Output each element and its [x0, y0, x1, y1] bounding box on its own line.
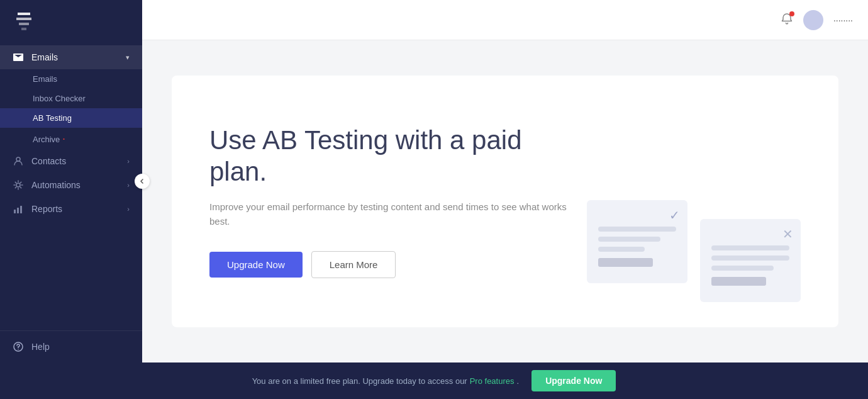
- user-avatar[interactable]: [803, 10, 823, 30]
- upgrade-description: Improve your email performance by testin…: [209, 200, 574, 228]
- pro-features-link[interactable]: Pro features: [470, 376, 515, 386]
- ab-btn-line: [598, 258, 653, 267]
- notification-bell[interactable]: [781, 13, 793, 28]
- main-content: ········ Use AB Testing with a paid plan…: [142, 0, 868, 362]
- bottom-bar-period: .: [517, 376, 520, 386]
- svg-rect-2: [14, 210, 16, 213]
- svg-rect-4: [20, 206, 22, 213]
- learn-more-button[interactable]: Learn More: [311, 251, 396, 278]
- checkmark-icon: ✓: [669, 208, 680, 223]
- x-icon: ✕: [782, 227, 793, 242]
- nav-sub-inbox-label: Inbox Checker: [33, 94, 86, 103]
- nav-reports-label: Reports: [31, 204, 62, 214]
- upgrade-card-content: Use AB Testing with a paid plan. Improve…: [209, 125, 574, 279]
- emails-section: Emails ▾ Emails Inbox Checker AB Testing…: [0, 45, 142, 149]
- upgrade-card: Use AB Testing with a paid plan. Improve…: [172, 76, 838, 327]
- ab-line-3: [598, 247, 645, 252]
- nav-item-emails[interactable]: Emails ▾: [0, 45, 142, 69]
- nav-item-automations[interactable]: Automations ›: [0, 173, 142, 197]
- nav-sub-archive[interactable]: Archive ·: [0, 128, 142, 149]
- svg-point-0: [16, 157, 20, 161]
- ab-line-4: [711, 245, 789, 250]
- nav-contacts-label: Contacts: [31, 156, 66, 166]
- nav-item-reports[interactable]: Reports ›: [0, 197, 142, 221]
- upgrade-actions: Upgrade Now Learn More: [209, 251, 574, 278]
- nav-item-contacts[interactable]: Contacts ›: [0, 149, 142, 173]
- ab-line-1: [598, 227, 676, 232]
- nav-sub-ab-testing[interactable]: AB Testing: [0, 108, 142, 128]
- nav-sub-archive-label: Archive ·: [33, 133, 65, 144]
- app-logo-icon: [13, 9, 35, 31]
- notification-badge: [789, 11, 794, 16]
- svg-point-1: [16, 183, 20, 187]
- upgrade-title: Use AB Testing with a paid plan.: [209, 125, 574, 188]
- username-display[interactable]: ········: [833, 15, 853, 25]
- upgrade-now-button[interactable]: Upgrade Now: [209, 252, 303, 278]
- nav-emails-label: Emails: [31, 52, 58, 62]
- ab-line-6: [711, 266, 774, 271]
- bottom-bar-message: You are on a limited free plan. Upgrade …: [252, 376, 467, 386]
- reports-icon: [13, 203, 24, 215]
- bottom-upgrade-button[interactable]: Upgrade Now: [531, 370, 616, 391]
- automations-icon: [13, 179, 24, 191]
- nav-sub-emails-label: Emails: [33, 74, 57, 84]
- sidebar-logo: [0, 0, 142, 40]
- contacts-chevron: ›: [127, 157, 130, 165]
- nav-sub-emails[interactable]: Emails: [0, 69, 142, 89]
- ab-card-b: ✕: [700, 219, 801, 302]
- ab-card-a: ✓: [587, 200, 687, 283]
- page-body: Use AB Testing with a paid plan. Improve…: [142, 40, 868, 362]
- contacts-icon: [13, 155, 24, 167]
- collapse-icon: [139, 178, 145, 184]
- help-item[interactable]: Help: [13, 341, 130, 352]
- help-label: Help: [31, 342, 50, 352]
- ab-line-5: [711, 256, 789, 261]
- email-icon: [13, 52, 24, 63]
- ab-line-2: [598, 237, 660, 242]
- bottom-bar: You are on a limited free plan. Upgrade …: [0, 362, 868, 399]
- ab-btn-line-2: [711, 277, 766, 286]
- sidebar-navigation: Emails ▾ Emails Inbox Checker AB Testing…: [0, 40, 142, 330]
- emails-chevron: ▾: [126, 53, 130, 62]
- nav-automations-label: Automations: [31, 180, 81, 190]
- sidebar: Emails ▾ Emails Inbox Checker AB Testing…: [0, 0, 142, 362]
- nav-sub-ab-label: AB Testing: [33, 113, 72, 123]
- svg-rect-3: [17, 208, 19, 213]
- svg-point-6: [18, 349, 19, 350]
- sidebar-collapse-button[interactable]: [135, 174, 150, 189]
- topbar: ········: [142, 0, 868, 40]
- automations-chevron: ›: [127, 181, 130, 189]
- sidebar-bottom: Help: [0, 330, 142, 362]
- help-icon: [13, 341, 24, 352]
- reports-chevron: ›: [127, 205, 130, 213]
- nav-sub-inbox-checker[interactable]: Inbox Checker: [0, 89, 142, 108]
- ab-testing-illustration: ✓ ✕: [587, 200, 801, 302]
